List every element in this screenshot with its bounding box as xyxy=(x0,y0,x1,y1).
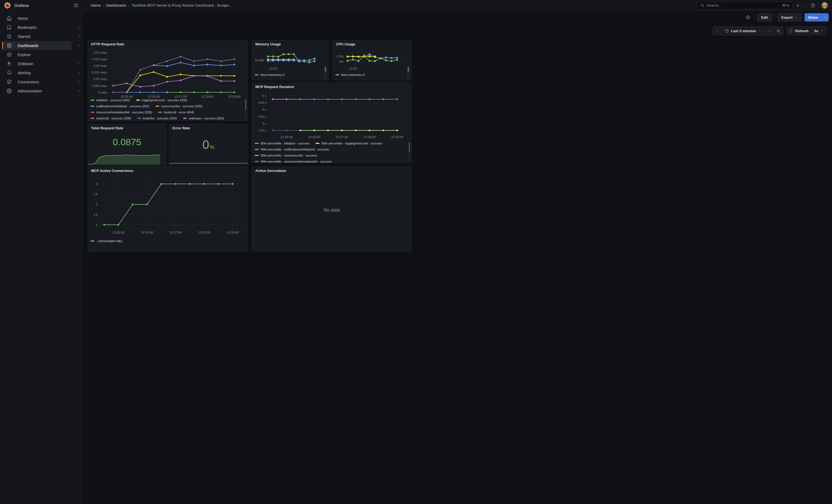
sidebar-item-label: Starred xyxy=(18,34,30,39)
svg-text:12:25: 12:25 xyxy=(269,67,277,70)
legend-row: initialize - success (200) logging/setLe… xyxy=(90,99,243,102)
sidebar-item-starred[interactable]: Starred xyxy=(2,32,72,41)
legend-item[interactable]: - (streamable-http) xyxy=(90,239,123,243)
chevron-down-icon[interactable] xyxy=(78,62,81,65)
sidebar-item-label: Dashboards xyxy=(18,44,38,48)
panel-memory-usage: Memory Usage 16 MiB12:25 fetch-telemetry… xyxy=(252,40,329,80)
chevron-down-icon[interactable] xyxy=(78,26,81,29)
series-color-pill xyxy=(136,100,140,101)
panel-title: MCP Request Duration xyxy=(255,85,294,89)
chevron-down-icon[interactable] xyxy=(78,80,81,84)
chevron-down-icon[interactable] xyxy=(78,44,81,47)
legend-item[interactable]: tools/list - success (200) xyxy=(137,117,177,120)
connections-icon xyxy=(7,79,12,84)
series-color-pill xyxy=(90,100,94,101)
breadcrumb: Home › Dashboards › ToolHive MCP Server … xyxy=(82,3,416,7)
sidebar-item-bookmarks[interactable]: Bookmarks xyxy=(2,23,72,32)
series-color-pill xyxy=(90,240,94,242)
chevron-down-icon[interactable] xyxy=(78,35,81,38)
http-request-rate-chart[interactable]: 0 req/s0.005 req/s0.01 req/s0.015 req/s0… xyxy=(89,48,246,100)
svg-text:2.5: 2.5 xyxy=(94,192,98,196)
legend-label: tools/list - success (200) xyxy=(143,117,177,120)
legend-scrollbar[interactable] xyxy=(407,66,409,79)
legend-scrollbar[interactable] xyxy=(409,142,410,161)
breadcrumb-current: ToolHive MCP Server & Proxy Runner Dashb… xyxy=(132,3,232,7)
chevron-down-icon[interactable] xyxy=(78,89,81,93)
breadcrumb-home[interactable]: Home xyxy=(91,3,101,7)
sidebar-item-drilldown[interactable]: Drilldown xyxy=(2,59,72,68)
legend-item[interactable]: fetch-telemetry-0 xyxy=(335,73,365,77)
error-rate-sparkline[interactable] xyxy=(170,161,248,164)
sidebar-item-explore[interactable]: Explore xyxy=(2,50,72,59)
legend-row: fetch-telemetry-0 xyxy=(335,73,407,77)
legend-row: resources/templates/list - success (200)… xyxy=(90,111,243,114)
legend-item[interactable]: resources/list - success (200) xyxy=(155,105,203,108)
gear-icon xyxy=(7,88,12,94)
cpu-usage-chart[interactable]: 0.2%0%12:25 xyxy=(334,48,407,71)
legend-row: notifications/initialized - success (202… xyxy=(90,105,243,108)
legend-row: fetch-telemetry-0 xyxy=(255,73,324,77)
legend-row: tools/call - success (200) tools/list - … xyxy=(90,117,243,120)
sidebar-item-connections[interactable]: Connections xyxy=(2,77,72,86)
legend-item[interactable]: tools/call - success (200) xyxy=(90,117,131,120)
panel-mcp-request-duration: MCP Request Duration 2.50 s3 s3.50 s4 s4… xyxy=(252,82,412,163)
legend-item[interactable]: resources/templates/list - success (200) xyxy=(90,111,152,114)
svg-text:0.025 req/s: 0.025 req/s xyxy=(92,57,107,61)
chevron-down-icon[interactable] xyxy=(78,71,81,75)
svg-text:3: 3 xyxy=(96,182,98,186)
svg-text:3.50 s: 3.50 s xyxy=(258,115,266,118)
svg-text:12:27:00: 12:27:00 xyxy=(336,135,348,139)
legend-label: fetch-telemetry-0 xyxy=(261,73,284,77)
legend-item[interactable]: 95th percentile - resources/templates/li… xyxy=(255,160,332,163)
panel-cpu-usage: CPU Usage 0.2%0%12:25 fetch-telemetry-0 xyxy=(332,40,412,80)
legend-label: unknown - success (200) xyxy=(189,117,224,120)
grafana-logo[interactable] xyxy=(4,2,11,9)
panel-title: Total Request Rate xyxy=(91,126,123,130)
sidebar-item-alerting[interactable]: Alerting xyxy=(2,68,72,77)
legend-item[interactable]: 95th percentile - resources/list - succe… xyxy=(255,154,317,157)
panel-mcp-active-connections: MCP Active Connections 11.522.5312:25:00… xyxy=(87,166,248,252)
svg-text:12:28:00: 12:28:00 xyxy=(363,135,376,139)
series-color-pill xyxy=(335,74,339,75)
svg-text:12:26:00: 12:26:00 xyxy=(308,135,320,139)
breadcrumb-dashboards[interactable]: Dashboards xyxy=(106,3,126,7)
legend-label: fetch-telemetry-0 xyxy=(341,73,365,77)
series-color-pill xyxy=(255,161,259,162)
sidebar-toggle-icon[interactable] xyxy=(73,2,79,8)
sidebar-item-label: Drilldown xyxy=(18,62,33,66)
legend-item[interactable]: initialize - success (200) xyxy=(90,99,130,102)
legend-scrollbar[interactable] xyxy=(245,99,246,120)
mcp-request-duration-chart[interactable]: 2.50 s3 s3.50 s4 s4.50 s5 s12:25:0012:26… xyxy=(253,90,410,139)
panel-title: Error Rate xyxy=(173,126,190,130)
svg-text:0.02 req/s: 0.02 req/s xyxy=(94,64,107,68)
sidebar-item-home[interactable]: Home xyxy=(2,14,72,23)
svg-text:12:26:00: 12:26:00 xyxy=(148,95,160,98)
svg-text:12:27:00: 12:27:00 xyxy=(170,231,182,234)
svg-text:12:29:00: 12:29:00 xyxy=(228,95,240,98)
legend-item[interactable]: unknown - success (200) xyxy=(183,117,224,120)
svg-text:12:28:00: 12:28:00 xyxy=(201,95,214,98)
legend-item[interactable]: fetch-telemetry-0 xyxy=(255,73,284,77)
legend-item[interactable]: 95th percentile - logging/setLevel - suc… xyxy=(316,142,382,145)
svg-text:4.50 s: 4.50 s xyxy=(258,101,266,104)
legend-item[interactable]: logging/setLevel - success (200) xyxy=(136,99,187,102)
drilldown-icon xyxy=(7,61,12,66)
mcp-active-connections-chart[interactable]: 11.522.5312:25:0012:26:0012:27:0012:28:0… xyxy=(89,176,246,236)
legend-scrollbar[interactable] xyxy=(324,66,327,79)
memory-usage-chart[interactable]: 16 MiB12:25 xyxy=(253,48,324,71)
http-legend: initialize - success (200) logging/setLe… xyxy=(90,99,243,121)
legend-item[interactable]: 95th percentile - notifications/initiali… xyxy=(255,148,329,151)
sidebar-item-administration[interactable]: Administration xyxy=(2,86,72,96)
svg-text:12:29:00: 12:29:00 xyxy=(227,231,239,234)
legend-item[interactable]: notifications/initialized - success (202… xyxy=(90,105,149,108)
sidebar-item-dashboards[interactable]: Dashboards xyxy=(2,41,72,50)
svg-text:2.50 s: 2.50 s xyxy=(258,129,266,132)
svg-text:12:25:00: 12:25:00 xyxy=(112,231,125,234)
legend-item[interactable]: tools/call - error (404) xyxy=(158,111,194,114)
series-color-pill xyxy=(255,149,259,150)
legend-label: notifications/initialized - success (202… xyxy=(96,105,149,108)
legend-item[interactable]: 95th percentile - initialize - success xyxy=(255,142,310,145)
stat-suffix: % xyxy=(210,144,214,150)
legend-label: 95th percentile - resources/templates/li… xyxy=(261,160,332,163)
memory-legend: fetch-telemetry-0 xyxy=(255,73,324,80)
